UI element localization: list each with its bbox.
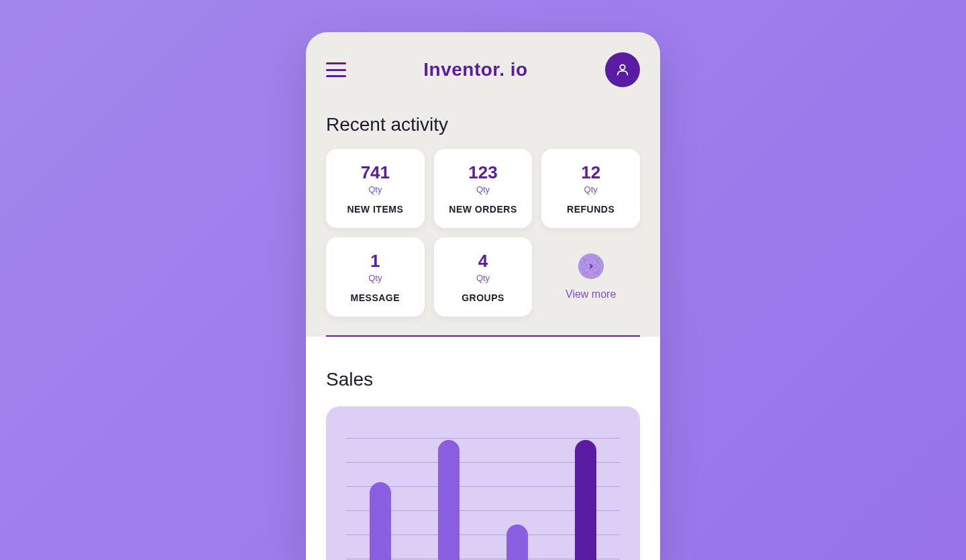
card-label: NEW ITEMS (333, 204, 418, 215)
view-more-button[interactable]: View more (541, 237, 640, 317)
activity-card-message[interactable]: 1 Qty MESSAGE (326, 237, 425, 317)
card-label: MESSAGE (333, 292, 418, 303)
card-label: NEW ORDERS (441, 204, 526, 215)
card-value: 123 (441, 162, 526, 183)
card-label: GROUPS (441, 292, 526, 303)
profile-button[interactable] (605, 52, 640, 87)
activity-card-new-items[interactable]: 741 Qty NEW ITEMS (326, 149, 425, 228)
chart-bar (506, 524, 528, 560)
sales-title: Sales (306, 369, 660, 406)
activity-card-new-orders[interactable]: 123 Qty NEW ORDERS (434, 149, 533, 228)
card-qty-label: Qty (441, 273, 526, 283)
card-value: 1 (333, 251, 418, 272)
activity-card-refunds[interactable]: 12 Qty REFUNDS (541, 149, 640, 228)
header: Inventor. io (306, 32, 660, 101)
sales-section: Sales (306, 337, 660, 560)
view-more-circle (578, 254, 604, 279)
user-icon (615, 62, 630, 77)
chart-bars (346, 440, 620, 560)
view-more-label: View more (566, 288, 616, 300)
card-value: 12 (548, 162, 633, 183)
app-title: Inventor. io (423, 59, 527, 80)
card-qty-label: Qty (441, 184, 526, 194)
card-qty-label: Qty (333, 184, 418, 194)
card-value: 4 (441, 251, 526, 272)
activity-card-groups[interactable]: 4 Qty GROUPS (434, 237, 533, 317)
svg-point-0 (620, 65, 625, 70)
card-label: REFUNDS (548, 204, 633, 215)
menu-icon[interactable] (326, 62, 346, 77)
recent-activity-title: Recent activity (306, 101, 660, 149)
chart-grid-line (346, 438, 620, 439)
chevron-right-icon (587, 262, 595, 270)
activity-grid: 741 Qty NEW ITEMS 123 Qty NEW ORDERS 12 … (306, 149, 660, 317)
app-screen: Inventor. io Recent activity 741 Qty NEW… (306, 32, 660, 560)
sales-chart (326, 406, 640, 560)
chart-bar (438, 440, 460, 560)
chart-bar (370, 482, 391, 560)
card-qty-label: Qty (548, 184, 633, 194)
card-value: 741 (333, 162, 418, 183)
card-qty-label: Qty (333, 273, 418, 283)
chart-bar (575, 440, 596, 560)
